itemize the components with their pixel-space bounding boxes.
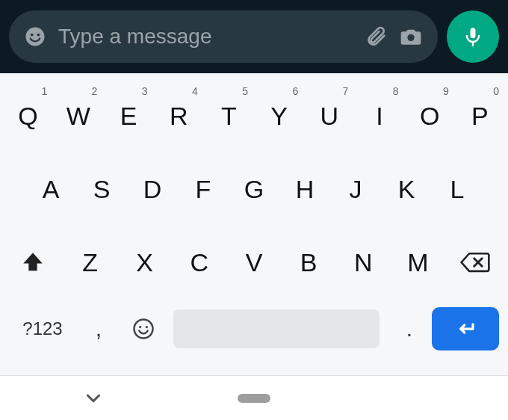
key-hint: 5 [242, 85, 248, 97]
key-hint: 7 [343, 85, 349, 97]
key-hint: 0 [493, 85, 499, 97]
svg-point-1 [31, 34, 34, 37]
key-label: P [471, 102, 489, 131]
key-label: T [221, 102, 237, 131]
chevron-down-icon [82, 387, 105, 410]
key-r[interactable]: R4 [154, 82, 204, 149]
svg-point-7 [134, 320, 153, 339]
key-c[interactable]: C [172, 229, 226, 296]
key-label: K [398, 175, 415, 204]
key-label: R [170, 102, 188, 131]
key-hint: 2 [92, 85, 98, 97]
system-nav-bar [0, 375, 508, 420]
key-v[interactable]: V [226, 229, 281, 296]
key-label: J [350, 175, 362, 204]
enter-key[interactable] [432, 307, 499, 350]
key-y[interactable]: Y6 [254, 82, 304, 149]
key-t[interactable]: T5 [204, 82, 254, 149]
backspace-key[interactable] [445, 229, 505, 296]
svg-point-8 [139, 326, 141, 328]
key-label: F [196, 175, 211, 204]
key-o[interactable]: O9 [405, 82, 455, 149]
key-l[interactable]: L [432, 155, 483, 223]
key-label: S [93, 175, 111, 204]
key-p[interactable]: P0 [455, 82, 505, 149]
key-u[interactable]: U7 [304, 82, 354, 149]
key-g[interactable]: G [229, 155, 279, 223]
key-label: I [376, 102, 382, 131]
key-h[interactable]: H [279, 155, 330, 223]
key-q[interactable]: Q1 [3, 82, 53, 149]
svg-point-3 [407, 34, 414, 41]
message-input-pill [9, 10, 438, 63]
key-label: O [420, 102, 439, 131]
key-label: G [244, 175, 264, 204]
key-hint: 8 [393, 85, 399, 97]
svg-point-9 [146, 326, 148, 328]
key-s[interactable]: S [76, 155, 127, 223]
key-label: D [143, 175, 162, 204]
period-key[interactable]: . [387, 306, 432, 352]
key-label: Y [270, 102, 288, 131]
key-hint: 6 [292, 85, 298, 97]
key-hint: 4 [192, 85, 198, 97]
emoji-icon[interactable] [24, 25, 46, 48]
camera-icon[interactable] [399, 25, 423, 49]
key-b[interactable]: B [282, 229, 336, 296]
key-label: A [43, 175, 60, 204]
keyboard-row-1: Q1 W2 E3 R4 T5 Y6 U7 I8 O9 P0 [3, 82, 505, 149]
key-label: Z [82, 248, 98, 277]
keyboard-row-3: Z X C V B N M [3, 229, 505, 296]
key-label: L [450, 175, 465, 204]
symbols-key[interactable]: ?123 [9, 306, 76, 352]
key-k[interactable]: K [381, 155, 432, 223]
key-a[interactable]: A [25, 155, 76, 223]
attachment-icon[interactable] [365, 25, 387, 48]
key-label: C [190, 248, 209, 277]
shift-key[interactable] [3, 229, 63, 296]
key-j[interactable]: J [330, 155, 381, 223]
svg-point-0 [26, 28, 45, 46]
key-i[interactable]: I8 [354, 82, 404, 149]
svg-point-2 [37, 34, 40, 37]
key-n[interactable]: N [336, 229, 391, 296]
collapse-keyboard-button[interactable] [82, 387, 105, 410]
emoji-keyboard-key[interactable] [121, 306, 166, 352]
comma-key[interactable]: , [76, 306, 121, 352]
key-d[interactable]: D [127, 155, 178, 223]
voice-message-button[interactable] [447, 10, 499, 63]
message-input-bar [0, 0, 508, 73]
key-m[interactable]: M [391, 229, 445, 296]
key-z[interactable]: Z [63, 229, 117, 296]
key-hint: 3 [142, 85, 148, 97]
key-f[interactable]: F [178, 155, 229, 223]
backspace-icon [459, 250, 491, 275]
key-label: X [136, 248, 153, 277]
keyboard-row-4: ?123 , . [3, 302, 505, 362]
key-label: N [354, 248, 373, 277]
spacebar-key[interactable] [173, 309, 380, 348]
key-label: E [120, 102, 137, 131]
shift-icon [20, 250, 46, 275]
home-gesture-pill[interactable] [238, 394, 270, 403]
keyboard: Q1 W2 E3 R4 T5 Y6 U7 I8 O9 P0 A S D F G … [0, 73, 508, 362]
key-x[interactable]: X [117, 229, 172, 296]
keyboard-row-2: A S D F G H J K L [3, 155, 505, 223]
key-label: B [300, 248, 318, 277]
key-hint: 1 [41, 85, 47, 97]
key-label: Q [18, 102, 37, 131]
key-label: V [246, 248, 263, 277]
key-hint: 9 [443, 85, 449, 97]
key-label: U [320, 102, 339, 131]
key-w[interactable]: W2 [53, 82, 103, 149]
key-label: W [66, 102, 90, 131]
key-label: H [296, 175, 315, 204]
key-label: M [407, 248, 428, 277]
enter-icon [454, 318, 477, 340]
emoji-outline-icon [132, 318, 155, 340]
message-input[interactable] [58, 25, 353, 49]
key-e[interactable]: E3 [103, 82, 153, 149]
